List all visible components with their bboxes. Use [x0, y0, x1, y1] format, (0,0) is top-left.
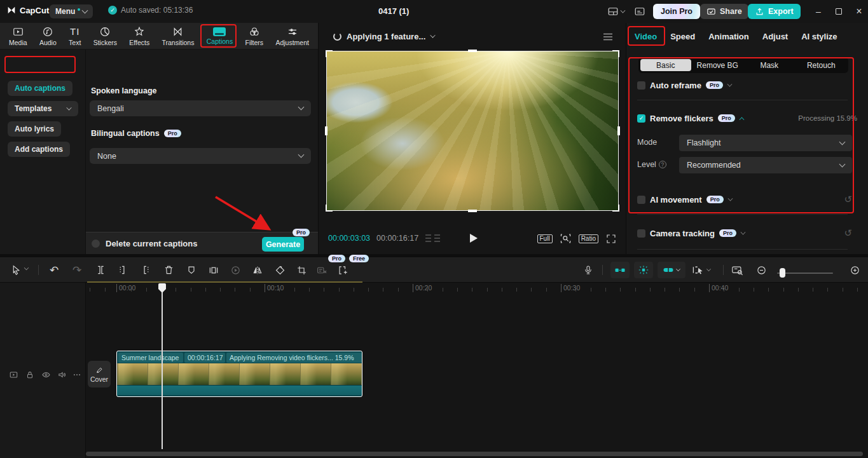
- transform-handle[interactable]: [612, 205, 619, 212]
- tab-animation[interactable]: Animation: [708, 32, 749, 41]
- ratio-toggle[interactable]: Ratio: [579, 234, 598, 243]
- subtab-retouch[interactable]: Retouch: [796, 59, 847, 71]
- chevron-down-icon[interactable]: [740, 229, 745, 234]
- level-select[interactable]: Recommended: [679, 157, 852, 173]
- info-icon[interactable]: ?: [659, 161, 666, 168]
- generate-button[interactable]: Generate: [262, 237, 304, 252]
- delete-captions-checkbox-row[interactable]: Delete current captions: [92, 239, 198, 248]
- chevron-down-icon[interactable]: [727, 196, 733, 201]
- mark-button[interactable]: [184, 264, 198, 276]
- zoom-out-button[interactable]: [754, 264, 768, 276]
- mirror-button[interactable]: [251, 264, 265, 276]
- transform-handle[interactable]: [612, 50, 619, 57]
- auto-reframe-checkbox[interactable]: [637, 81, 645, 90]
- split-button[interactable]: [93, 264, 107, 276]
- maximize-button[interactable]: [832, 5, 846, 18]
- reset-icon[interactable]: ↺: [844, 227, 852, 239]
- frame-list-icon[interactable]: [425, 234, 441, 243]
- mute-track-icon[interactable]: [57, 370, 67, 379]
- toolbar-tab-audio[interactable]: Audio: [39, 23, 57, 49]
- lock-track-icon[interactable]: [25, 370, 34, 379]
- delete-button[interactable]: [162, 264, 176, 276]
- tab-adjust[interactable]: Adjust: [762, 32, 788, 41]
- toolbar-tab-effects[interactable]: Effects: [129, 23, 149, 49]
- toolbar-tab-filters[interactable]: Filters: [245, 23, 263, 49]
- timeline-zoom-slider-track[interactable]: [777, 273, 833, 274]
- zoom-in-button[interactable]: [848, 264, 862, 276]
- share-button[interactable]: Share: [700, 4, 748, 19]
- spoken-language-select[interactable]: Bengali: [90, 100, 311, 116]
- chevron-up-icon[interactable]: [739, 117, 744, 122]
- delete-captions-checkbox[interactable]: [92, 239, 100, 248]
- delete-captions-tool-button[interactable]: [315, 264, 329, 276]
- fullscreen-icon[interactable]: [606, 234, 616, 244]
- overlay-button[interactable]: [207, 264, 221, 276]
- subtab-mask[interactable]: Mask: [744, 59, 795, 71]
- rotate-button[interactable]: [273, 264, 287, 276]
- track-select-button[interactable]: [692, 265, 711, 275]
- camera-tracking-checkbox[interactable]: [637, 229, 645, 238]
- toolbar-tab-text[interactable]: TI Text: [69, 23, 81, 49]
- timeline-ruler[interactable]: [86, 288, 868, 292]
- join-pro-button[interactable]: Join Pro: [653, 4, 700, 19]
- sidebar-item-auto-captions[interactable]: Auto captions: [8, 81, 72, 96]
- sidebar-item-add-captions[interactable]: Add captions: [8, 142, 70, 157]
- toolbar-tab-adjustment[interactable]: Adjustment: [275, 23, 309, 49]
- chevron-down-icon[interactable]: [431, 32, 436, 37]
- mode-select[interactable]: Flashlight: [679, 135, 852, 151]
- link-toggle[interactable]: [658, 262, 685, 278]
- transform-handle[interactable]: [468, 50, 477, 52]
- transform-handle[interactable]: [617, 126, 620, 135]
- video-clip[interactable]: Summer landscape 00:00:16:17 Applying Re…: [116, 351, 362, 397]
- redo-button[interactable]: ↷: [70, 264, 84, 276]
- toolbar-tab-transitions[interactable]: Transitions: [162, 23, 194, 49]
- crop-button[interactable]: [294, 264, 308, 276]
- undo-button[interactable]: ↶: [47, 264, 61, 276]
- tab-speed[interactable]: Speed: [670, 32, 695, 41]
- transform-handle[interactable]: [326, 50, 333, 57]
- preview-menu-button[interactable]: [603, 33, 613, 41]
- play-button[interactable]: [469, 233, 478, 243]
- freeze-frame-button[interactable]: [228, 264, 242, 276]
- subtab-remove-bg[interactable]: Remove BG: [692, 59, 743, 71]
- layout-switch-button[interactable]: [607, 6, 625, 17]
- toolbar-tab-captions[interactable]: Captions: [207, 23, 233, 49]
- full-toggle[interactable]: Full: [537, 234, 553, 243]
- ai-movement-checkbox[interactable]: [637, 196, 645, 204]
- tab-video[interactable]: Video: [635, 32, 657, 41]
- player-panel-button[interactable]: [634, 6, 645, 17]
- menu-button[interactable]: Menu: [50, 4, 93, 18]
- sidebar-item-templates[interactable]: Templates: [8, 101, 78, 116]
- subtab-basic[interactable]: Basic: [640, 59, 691, 71]
- hide-track-icon[interactable]: [41, 370, 51, 379]
- snap-toggle[interactable]: [610, 262, 630, 278]
- toolbar-tab-media[interactable]: Media: [9, 23, 27, 49]
- timeline-horizontal-scrollbar[interactable]: [86, 452, 863, 456]
- toolbar-tab-stickers[interactable]: Stickers: [93, 23, 117, 49]
- record-voiceover-button[interactable]: [581, 264, 595, 276]
- export-button[interactable]: Export: [748, 4, 801, 19]
- more-options-icon[interactable]: [72, 370, 81, 379]
- chevron-down-icon[interactable]: [727, 81, 732, 86]
- sidebar-item-auto-lyrics[interactable]: Auto lyrics: [8, 121, 61, 137]
- extract-frame-button[interactable]: [336, 264, 350, 276]
- delete-left-button[interactable]: [116, 264, 130, 276]
- preview-quality-button[interactable]: [730, 264, 744, 276]
- timeline-zoom-slider-handle[interactable]: [780, 268, 785, 278]
- reset-icon[interactable]: ↺: [844, 194, 852, 205]
- focus-zoom-icon[interactable]: [560, 233, 571, 244]
- tab-ai-stylize[interactable]: AI stylize: [801, 32, 837, 41]
- cover-button[interactable]: Cover: [88, 361, 111, 387]
- remove-flickers-checkbox[interactable]: ✓: [637, 114, 645, 123]
- transform-handle[interactable]: [326, 205, 333, 212]
- select-tool-button[interactable]: [9, 264, 23, 276]
- bilingual-captions-select[interactable]: None: [90, 148, 311, 164]
- magnetic-toggle[interactable]: [634, 262, 653, 278]
- transform-handle[interactable]: [325, 126, 327, 135]
- minimize-button[interactable]: –: [811, 5, 825, 18]
- transform-handle[interactable]: [468, 210, 477, 212]
- video-preview[interactable]: [326, 51, 619, 211]
- delete-right-button[interactable]: [138, 264, 152, 276]
- close-button[interactable]: ×: [852, 5, 866, 18]
- chevron-down-icon[interactable]: [24, 266, 29, 270]
